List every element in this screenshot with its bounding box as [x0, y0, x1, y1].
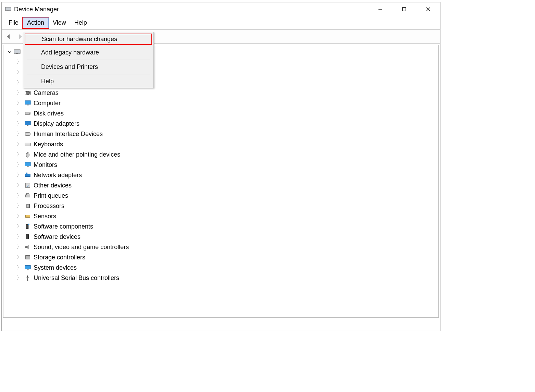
tree-node-sensor[interactable]: 〉Sensors [7, 211, 437, 221]
chevron-right-icon: 〉 [16, 193, 22, 199]
svg-rect-1 [7, 11, 9, 11]
chevron-right-icon: 〉 [16, 203, 22, 209]
monitor-icon [24, 99, 32, 107]
menu-item-devices-printers[interactable]: Devices and Printers [23, 61, 153, 73]
svg-rect-3 [402, 8, 406, 11]
svg-rect-14 [25, 121, 30, 125]
menu-view[interactable]: View [49, 18, 70, 28]
svg-point-13 [29, 113, 30, 114]
device-manager-window: Device Manager File Action View Help [1, 2, 440, 331]
chevron-right-icon: 〉 [16, 141, 22, 147]
svg-point-8 [26, 91, 30, 95]
svg-rect-34 [26, 194, 29, 195]
svg-rect-7 [16, 53, 18, 54]
tree-node-network[interactable]: 〉Network adapters [7, 170, 437, 180]
svg-rect-40 [26, 235, 28, 239]
tree-node-monitor[interactable]: 〉Monitors [7, 160, 437, 170]
tree-node-keyboard[interactable]: 〉Keyboards [7, 139, 437, 149]
menu-item-scan-hardware[interactable]: Scan for hardware changes [24, 33, 153, 46]
tree-node-label: Mice and other pointing devices [34, 151, 120, 158]
chevron-right-icon: 〉 [16, 90, 22, 96]
menu-item-help[interactable]: Help [23, 75, 153, 88]
svg-rect-36 [27, 205, 28, 207]
tree-node-storage[interactable]: 〉Storage controllers [7, 252, 437, 262]
disk-icon [24, 110, 32, 117]
chevron-right-icon: 〉 [16, 182, 22, 188]
tree-node-cpu[interactable]: 〉Processors [7, 201, 437, 211]
chevron-right-icon: 〉 [16, 265, 22, 271]
menu-action[interactable]: Action [23, 17, 49, 28]
network-icon [24, 171, 32, 179]
minimize-button[interactable] [368, 2, 392, 16]
tree-node-monitor[interactable]: 〉Computer [7, 98, 437, 108]
tree-node-camera[interactable]: 〉Cameras [7, 88, 437, 98]
window-title: Device Manager [14, 6, 59, 13]
tree-node-label: Software devices [34, 233, 80, 241]
tree-node-label: Network adapters [34, 172, 82, 179]
tree-node-swdev[interactable]: 〉Software devices [7, 232, 437, 242]
tree-node-disk[interactable]: 〉Disk drives [7, 108, 437, 119]
svg-rect-15 [27, 125, 28, 126]
svg-point-17 [26, 134, 27, 134]
printer-icon [24, 192, 32, 199]
sound-icon [24, 243, 32, 251]
svg-rect-29 [25, 174, 30, 176]
tree-node-swcomp[interactable]: 〉Software components [7, 221, 437, 232]
svg-rect-39 [28, 224, 29, 225]
tree-node-other[interactable]: 〉?Other devices [7, 180, 437, 191]
svg-point-42 [29, 256, 29, 257]
tree-node-usb[interactable]: 〉Universal Serial Bus controllers [7, 273, 437, 283]
back-button[interactable] [4, 32, 13, 41]
display-icon [24, 120, 32, 127]
tree-node-label: Cameras [34, 89, 59, 97]
tree-node-sound[interactable]: 〉Sound, video and game controllers [7, 242, 437, 252]
tree-node-label: Display adapters [34, 120, 79, 127]
keyboard-icon [24, 140, 32, 148]
svg-rect-41 [26, 256, 30, 259]
svg-rect-0 [5, 7, 11, 11]
svg-point-45 [27, 280, 28, 281]
svg-rect-28 [27, 167, 28, 167]
svg-rect-43 [25, 266, 30, 269]
chevron-right-icon: 〉 [16, 69, 22, 75]
menu-item-add-legacy[interactable]: Add legacy hardware [23, 46, 153, 59]
close-button[interactable] [416, 2, 440, 16]
maximize-button[interactable] [392, 2, 416, 16]
svg-rect-33 [26, 195, 30, 197]
tree-node-label: Software components [34, 223, 93, 230]
swdev-icon [24, 233, 32, 241]
tree-node-hid[interactable]: 〉Human Interface Devices [7, 129, 437, 139]
tree-node-label: Print queues [34, 192, 68, 199]
tree-node-mouse[interactable]: 〉Mice and other pointing devices [7, 149, 437, 160]
app-icon [5, 6, 11, 12]
cpu-icon [24, 202, 32, 210]
tree-node-label: Storage controllers [34, 254, 85, 261]
other-icon: ? [24, 182, 32, 189]
action-dropdown-menu: Scan for hardware changes Add legacy har… [23, 32, 154, 88]
camera-icon [24, 89, 32, 97]
tree-node-label: Other devices [34, 182, 72, 189]
menu-separator [27, 60, 150, 60]
storage-icon [24, 254, 32, 261]
chevron-right-icon: 〉 [16, 275, 22, 281]
tree-node-label: Monitors [34, 161, 57, 169]
tree-node-system[interactable]: 〉System devices [7, 262, 437, 273]
svg-rect-44 [27, 269, 28, 270]
chevron-right-icon: 〉 [16, 162, 22, 168]
sensor-icon [24, 212, 32, 220]
menu-help[interactable]: Help [70, 18, 91, 28]
svg-text:?: ? [27, 184, 28, 187]
tree-node-printer[interactable]: 〉Print queues [7, 191, 437, 201]
tree-node-display[interactable]: 〉Display adapters [7, 119, 437, 129]
svg-rect-27 [25, 162, 30, 166]
mouse-icon [24, 151, 32, 158]
chevron-right-icon: 〉 [16, 234, 22, 240]
chevron-right-icon: 〉 [16, 172, 22, 178]
menu-file[interactable]: File [4, 18, 23, 28]
computer-root-icon [14, 49, 21, 55]
hid-icon [24, 130, 32, 138]
tree-node-label: Human Interface Devices [34, 131, 103, 138]
svg-rect-30 [26, 173, 27, 174]
chevron-right-icon: 〉 [16, 131, 22, 137]
menu-separator [27, 74, 150, 74]
